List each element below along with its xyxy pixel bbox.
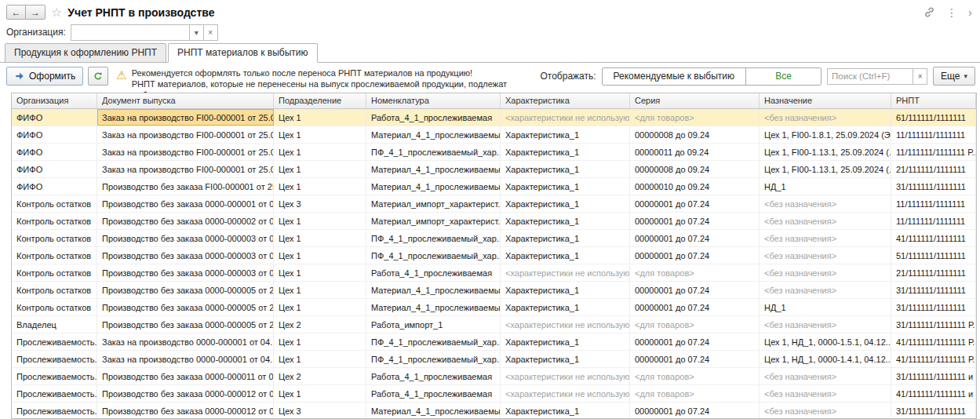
table-cell[interactable]: Цех 1 [274,178,366,195]
table-cell[interactable]: 00000001 до 07.24 [630,282,760,298]
table-cell[interactable]: ПФ_4_1_прослеживаемый_хар... [366,144,501,160]
table-cell[interactable]: Материал_4_1_прослеживаемы... [366,282,501,298]
table-cell[interactable]: 11/111111/1111111 [891,213,976,229]
table-cell[interactable]: 00000008 до 09.24 [630,161,760,177]
tab-0[interactable]: Продукция к оформлению РНПТ [5,43,166,63]
table-cell[interactable]: <для товаров> [630,109,760,126]
table-cell[interactable]: Характеристика_1 [501,333,630,350]
table-cell[interactable]: 31/111111/1111111 [891,282,976,298]
table-cell[interactable]: Цех 1 [274,230,366,246]
table-cell[interactable]: Работа_4_1_прослеживаемая [366,385,501,402]
table-cell[interactable]: <характеристики не использую... [501,368,630,384]
table-cell[interactable]: Характеристика_1 [501,299,630,315]
table-cell[interactable]: Характеристика_1 [501,178,630,195]
organization-input[interactable] [71,24,190,41]
table-cell[interactable]: Цех 1 [274,213,366,229]
table-cell[interactable]: 31/111111/1111111 [891,299,976,315]
table-cell[interactable]: 41/111111/1111111 Р... [891,333,976,350]
table-row[interactable]: ФИФОЗаказ на производство FI00-000001 от… [12,144,976,161]
table-cell[interactable]: <без назначения> [760,264,891,281]
table-cell[interactable]: Производство без заказа 0000-000005 от 2… [97,316,274,333]
more-button[interactable]: Еще ▾ [933,67,975,86]
table-cell[interactable]: Цех 1 [274,161,366,177]
table-cell[interactable]: 11/111111/1111111 Р... [891,144,976,160]
table-row[interactable]: ФИФОПроизводство без заказа FI00-000001 … [12,178,976,195]
table-row[interactable]: Контроль остатковПроизводство без заказа… [12,282,976,299]
table-cell[interactable]: Владелец [12,316,97,333]
table-cell[interactable]: Производство без заказа 0000-000005 от 2… [97,299,274,315]
column-header[interactable]: РНПТ [891,93,976,108]
table-cell[interactable]: 00000011 до 09.24 [630,144,760,160]
table-cell[interactable]: Характеристика_1 [501,282,630,298]
table-cell[interactable]: Производство без заказа 0000-000003 от 0… [97,230,274,246]
table-cell[interactable]: 00000001 до 07.24 [630,403,760,418]
table-cell[interactable]: <для товаров> [630,316,760,333]
table-row[interactable]: ФИФОЗаказ на производство FI00-000001 от… [12,161,976,178]
table-cell[interactable]: Цех 1 [274,264,366,281]
table-row[interactable]: Прослеживаемость...Производство без зака… [12,368,976,385]
table-cell[interactable]: Контроль остатков [12,282,97,298]
table-cell[interactable]: Цех 1 [274,109,366,126]
table-cell[interactable]: Цех 1 [274,144,366,160]
table-cell[interactable]: Прослеживаемость... [12,403,97,418]
table-cell[interactable]: Цех 1 [274,299,366,315]
favorite-star-icon[interactable]: ☆ [51,6,62,19]
table-cell[interactable]: НД_1 [760,178,891,195]
table-cell[interactable]: Заказ на производство FI00-000001 от 25.… [97,126,274,143]
table-cell[interactable]: Материал_4_1_прослеживаемы... [366,299,501,315]
column-header[interactable]: Организация [12,93,97,108]
table-cell[interactable]: <без назначения> [760,368,891,384]
table-cell[interactable]: Контроль остатков [12,195,97,212]
table-cell[interactable]: <характеристики не использую... [501,316,630,333]
table-cell[interactable]: <без назначения> [760,282,891,298]
table-cell[interactable]: <характеристики не использую... [501,109,630,126]
table-cell[interactable]: <для товаров> [630,385,760,402]
table-cell[interactable]: Материал_4_1_прослеживаемы... [366,178,501,195]
table-cell[interactable]: 11/111111/1111111 [891,195,976,212]
table-cell[interactable]: <без назначения> [760,195,891,212]
table-cell[interactable]: Производство без заказа 0000-000001 от 0… [97,195,274,212]
table-cell[interactable]: Материал_4_1_прослеживаемы... [366,161,501,177]
forward-button[interactable]: → [26,5,46,20]
table-row[interactable]: ФИФОЗаказ на производство FI00-000001 от… [12,109,976,126]
table-cell[interactable]: <без назначения> [760,316,891,333]
table-cell[interactable]: 00000001 до 07.24 [630,247,760,264]
table-cell[interactable]: Характеристика_1 [501,247,630,264]
table-cell[interactable]: Работа_4_1_прослеживаемая [366,264,501,281]
table-cell[interactable]: Характеристика_1 [501,213,630,229]
table-cell[interactable]: ФИФО [12,178,97,195]
table-cell[interactable]: Заказ на производство 0000-000001 от 04.… [97,351,274,367]
table-cell[interactable]: ПФ_4_1_прослеживаемый_хар... [366,351,501,367]
table-row[interactable]: Прослеживаемость...Производство без зака… [12,385,976,403]
table-cell[interactable]: Цех 1 [274,385,366,402]
table-cell[interactable]: <без назначения> [760,403,891,418]
table-cell[interactable]: 31/111111/1111111 и ... [891,368,976,384]
table-row[interactable]: Контроль остатковПроизводство без заказа… [12,299,976,316]
table-cell[interactable]: Цех 1 [274,282,366,298]
table-cell[interactable]: Цех 1 [274,351,366,367]
table-cell[interactable]: Заказ на производство 0000-000001 от 04.… [97,333,274,350]
table-cell[interactable]: <характеристики не использую... [501,385,630,402]
table-cell[interactable]: Производство без заказа 0000-000002 от 0… [97,213,274,229]
table-cell[interactable]: Заказ на производство FI00-000001 от 25.… [97,109,274,126]
table-cell[interactable]: Характеристика_1 [501,161,630,177]
table-cell[interactable]: Материал_4_1_прослеживаемы... [366,403,501,418]
table-cell[interactable]: <без назначения> [760,213,891,229]
link-icon[interactable] [924,6,935,18]
table-cell[interactable]: НД_1 [760,299,891,315]
table-cell[interactable]: ФИФО [12,126,97,143]
table-cell[interactable]: Материал_4_1_прослеживаемы... [366,126,501,143]
table-cell[interactable]: <без назначения> [760,247,891,264]
table-cell[interactable]: 41/111111/1111111 и ... [891,385,976,402]
filter-option[interactable]: Все [745,68,821,85]
table-cell[interactable]: 21/111111/1111111 [891,264,976,281]
organization-clear-button[interactable]: × [204,24,218,41]
table-cell[interactable]: Работа_4_1_прослеживаемая [366,368,501,384]
table-cell[interactable]: 11/111111/1111111 [891,126,976,143]
table-cell[interactable]: Прослеживаемость... [12,368,97,384]
table-cell[interactable]: ФИФО [12,144,97,160]
column-header[interactable]: Номенклатура [366,93,501,108]
table-cell[interactable]: Цех 1, НД_1, 0000-1.4.1, 04.12... [760,351,891,367]
table-cell[interactable]: Контроль остатков [12,213,97,229]
table-cell[interactable]: <без назначения> [760,109,891,126]
